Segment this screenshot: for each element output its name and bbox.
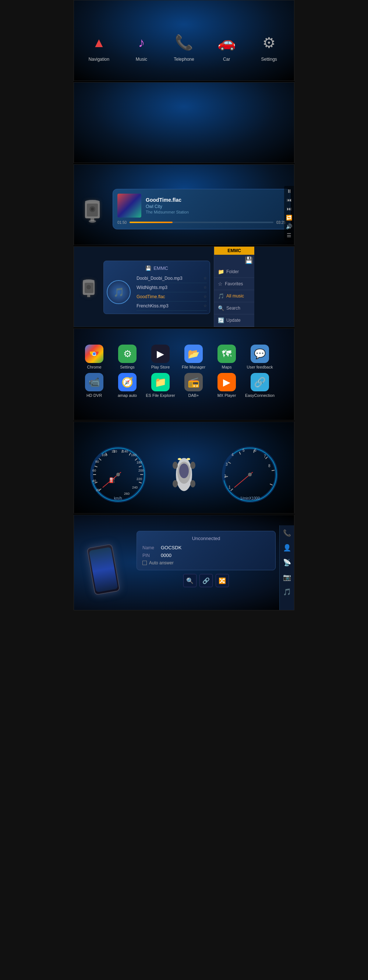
svg-line-22: [99, 458, 101, 460]
back-icon-5[interactable]: ↩: [287, 332, 290, 336]
sidebar-allmusic[interactable]: 🎵 All music: [214, 290, 254, 302]
svg-text:200: 200: [138, 469, 144, 473]
home-icon-2[interactable]: ⌂: [78, 84, 81, 91]
app-telephone[interactable]: 📞 Telephone: [173, 32, 195, 62]
phone-call-icon[interactable]: 📞: [283, 529, 291, 537]
battery-icon-1: 🔋: [274, 3, 279, 8]
track-item-4[interactable]: FrenchKiss.mp3 ☆: [136, 302, 207, 311]
apps-grid: Chrome ⚙ Settings ▶ Play Store 📂 File Ma…: [78, 345, 290, 398]
name-label: Name: [143, 545, 157, 550]
sidebar-folder[interactable]: 📁 Folder: [214, 266, 254, 278]
camera-icon[interactable]: 📷: [283, 573, 291, 581]
track-item-3[interactable]: GoodTime.flac ☆: [136, 292, 207, 302]
home-icon-7[interactable]: ⌂: [78, 517, 81, 523]
status-bar-1: ⌂ 10:05 📶 📱 🔋 ▭ ↩: [74, 0, 294, 11]
sidebar-favorites[interactable]: ☆ Favorites: [214, 278, 254, 290]
next-button[interactable]: ⏭: [286, 206, 292, 212]
phone-signal-icon-2: 📱: [266, 86, 271, 90]
screen-more-apps: ⌂ 10:05 📶 📱 🔋 ▭ ↩: [74, 328, 294, 420]
home-icon-3[interactable]: ⌂: [78, 166, 81, 173]
app-dab[interactable]: 📻 DAB+: [179, 373, 208, 398]
settings-icon: ⚙: [258, 32, 280, 54]
apps-content: Chrome ⚙ Settings ▶ Play Store 📂 File Ma…: [74, 339, 294, 403]
app-maps[interactable]: 🗺 Maps: [212, 345, 241, 369]
track-star-2[interactable]: ☆: [203, 285, 207, 290]
connection-status: Unconnected: [143, 536, 270, 541]
repeat-button[interactable]: 🔁: [286, 215, 292, 221]
phone-main-panel: Unconnected Name GOCSDK PIN 0000 Auto an…: [133, 525, 279, 610]
time-5: 10:05: [245, 331, 257, 337]
app-phonelink[interactable]: 📱 PhoneLink: [74, 153, 294, 163]
folder-label: Folder: [226, 269, 239, 274]
screen-home-2: ⌂ 10:06 📶 📱 🔋 ▭ ↩ ▶ Video 🗂 File Browser…: [74, 82, 294, 163]
app-userfeedback[interactable]: 💬 User feedback: [245, 345, 274, 369]
wifi-icon-3: 📶: [259, 167, 264, 172]
music-list-header: 💾 EMMC: [107, 264, 207, 274]
app-settings2[interactable]: ⚙ Settings: [113, 345, 142, 369]
home-icon-6[interactable]: ⌂: [78, 424, 81, 430]
volume-button[interactable]: 🔊: [286, 223, 292, 229]
pause-button[interactable]: ⏸: [286, 188, 292, 194]
app-esfile[interactable]: 📁 ES File Explorer: [146, 373, 175, 398]
sidebar-emmc-label: EMMC: [214, 247, 254, 255]
phone-signal-icon-1: 📱: [266, 3, 271, 8]
svg-point-15: [93, 352, 96, 355]
sidebar-search[interactable]: 🔍 Search: [214, 302, 254, 314]
app-navigation[interactable]: ▲ Navigation: [88, 32, 110, 62]
svg-text:2: 2: [224, 474, 226, 478]
music-side-icon[interactable]: 🎵: [283, 588, 291, 596]
app-easyconn[interactable]: 🔗 EasyConnection: [245, 373, 274, 398]
music-list-left: 💾 EMMC 🎵 Doobi_Doobi_Doo.mp3 ☆ WildNight…: [74, 247, 214, 327]
app-mxplayer[interactable]: ▶ MX Player: [212, 373, 241, 398]
music-sidebar: EMMC 💾 📁 Folder ☆ Favorites 🎵 All music: [214, 247, 254, 327]
emmc-icon: 💾: [145, 266, 151, 271]
app-chrome[interactable]: Chrome: [79, 345, 109, 369]
usb-device-icon: [78, 194, 107, 224]
app-music[interactable]: ♪ Music: [130, 32, 152, 62]
svg-text:80: 80: [95, 460, 99, 463]
svg-text:60: 60: [92, 469, 96, 473]
svg-text:8: 8: [268, 464, 270, 468]
sidebar-update[interactable]: 🔄 Update: [214, 314, 254, 326]
playlist-button[interactable]: ☰: [286, 232, 292, 238]
app-car[interactable]: 🚗 Car: [216, 32, 238, 62]
search-icon: 🔍: [218, 305, 224, 311]
speed-unit: km/h: [114, 496, 122, 500]
auto-answer-checkbox[interactable]: [143, 561, 147, 565]
settings2-icon: ⚙: [118, 345, 136, 363]
rpm-unit: 1/minX1000: [240, 496, 260, 500]
app-filemanager[interactable]: 📂 File Manager: [179, 345, 208, 369]
track-item-2[interactable]: WildNights.mp3 ☆: [136, 283, 207, 292]
settings-label: Settings: [261, 57, 277, 62]
pin-label: PIN: [143, 553, 157, 558]
link-action-btn[interactable]: 🔗: [200, 574, 213, 587]
app-filebrowser[interactable]: 🗂 File Browser: [74, 123, 294, 153]
track-star-1[interactable]: ☆: [203, 276, 207, 280]
phone-signal-5: 📱: [266, 332, 271, 336]
bluetooth-icon[interactable]: 📡: [283, 558, 291, 566]
back-icon-3[interactable]: ↩: [287, 167, 290, 172]
track-star-4[interactable]: ☆: [203, 304, 207, 308]
time-1: 10:05: [245, 3, 257, 8]
app-hddvr[interactable]: 📹 HD DVR: [79, 373, 109, 398]
app-video[interactable]: ▶ Video: [74, 93, 294, 123]
track-star-3[interactable]: ☆: [203, 294, 207, 299]
svg-text:3: 3: [225, 462, 228, 466]
back-icon-2[interactable]: ↩: [287, 86, 290, 90]
emmc-label: EMMC: [154, 266, 168, 271]
app-amap[interactable]: 🧭 amap auto: [113, 373, 142, 398]
back-icon-1[interactable]: ↩: [287, 3, 290, 8]
more-app-bar-1[interactable]: ⊞ More App: [74, 79, 294, 81]
app-settings[interactable]: ⚙ Settings: [258, 32, 280, 62]
home-icon-1[interactable]: ⌂: [78, 2, 81, 9]
search-action-btn[interactable]: 🔍: [183, 574, 197, 587]
app-playstore[interactable]: ▶ Play Store: [146, 345, 175, 369]
prev-button[interactable]: ⏮: [286, 197, 292, 203]
maps-label: Maps: [222, 365, 232, 369]
contacts-icon[interactable]: 👤: [283, 544, 291, 552]
track-item-1[interactable]: Doobi_Doobi_Doo.mp3 ☆: [136, 274, 207, 283]
music-player-content: GoodTime.flac Owl City The Midsummer Sta…: [74, 175, 294, 243]
disconnect-action-btn[interactable]: 🔀: [216, 574, 229, 587]
home-icon-5[interactable]: ⌂: [78, 331, 81, 337]
progress-bar[interactable]: [130, 222, 273, 223]
